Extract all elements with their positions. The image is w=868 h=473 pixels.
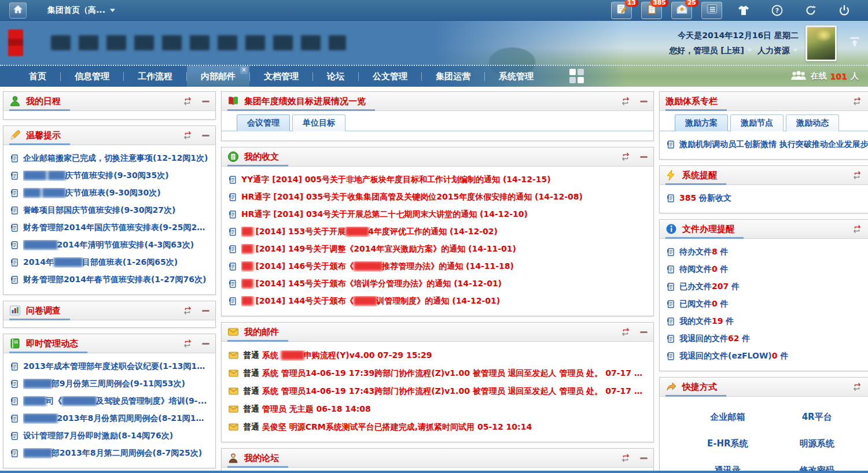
panel-instant-mgmt: 即时管理动态2013年成本管理部年度述职会议纪要(1-13阅113次)█████…: [3, 334, 216, 468]
list-item[interactable]: 我退回的文件62 件: [667, 330, 868, 348]
list-item[interactable]: 誉峰项目部国庆节值班安排(9-30阅27次): [10, 202, 208, 219]
collapse-icon[interactable]: [202, 310, 209, 312]
list-item[interactable]: 设计管理部7月份即时激励(8-14阅76次): [10, 427, 208, 445]
panel-list: 待办文件8 件待阅文件0 件已办文件207 件已阅文件0 件我的文件19 件我退…: [660, 239, 868, 371]
list-item[interactable]: 待阅文件0 件: [667, 261, 868, 278]
tab-会议管理[interactable]: 会议管理: [237, 114, 290, 131]
list-item[interactable]: 普通 系统 管理员14-06-19 17:43跨部门协作流程(Z)v1.00 被…: [229, 382, 646, 400]
list-item[interactable]: 已办文件207 件: [667, 278, 868, 295]
collapse-icon[interactable]: [640, 101, 648, 102]
list-item[interactable]: █████部2013年8月第二周周例会(8-7阅25次): [10, 445, 208, 462]
tab-激励节点[interactable]: 激励节点: [730, 114, 784, 131]
clipboard-button[interactable]: 385: [641, 2, 662, 19]
list-item[interactable]: 我的文件19 件: [667, 313, 868, 330]
list-item[interactable]: ██ [2014] 146号关于颁布《█████推荐管理办法》的通知 (14-1…: [229, 258, 646, 275]
refresh-icon[interactable]: [852, 171, 862, 180]
list-item[interactable]: 待办文件8 件: [667, 243, 868, 261]
shortcut-link[interactable]: 4R平台: [802, 412, 832, 423]
panel-list: 2013年成本管理部年度述职会议纪要(1-13阅113次)█████部9月份第三…: [3, 353, 215, 468]
shirt-button[interactable]: [737, 4, 750, 17]
user-status-dropdown[interactable]: 您好，管理员 [上班]: [669, 43, 753, 58]
apps-grid-icon[interactable]: [569, 69, 584, 84]
compose-button[interactable]: 13: [611, 2, 632, 19]
shortcut-link[interactable]: E-HR系统: [707, 438, 748, 449]
collapse-icon[interactable]: [202, 135, 209, 136]
panel-doc-handle-remind: 文件办理提醒待办文件8 件待阅文件0 件已办文件207 件已阅文件0 件我的文件…: [659, 219, 868, 371]
list-item[interactable]: ██ [2014] 144号关于颁布《████训管理制度》的通知 (14-12-…: [229, 293, 646, 310]
refresh-icon[interactable]: [182, 339, 193, 348]
mail-button[interactable]: 25: [671, 2, 692, 19]
shortcut-link[interactable]: 企业邮箱: [710, 412, 745, 423]
list-item[interactable]: ████ ███庆节值班安排(9-30阅35次): [10, 167, 208, 184]
collapse-header-button[interactable]: [848, 36, 861, 50]
doc-item-icon: [10, 241, 19, 249]
list-item[interactable]: HR通字 [2014] 035号关于收集集团高管及关键岗位2015年度休假安排的…: [229, 189, 646, 206]
list-item[interactable]: 普通 管理员 无主题 06-18 14:08: [229, 400, 646, 418]
list-item[interactable]: 普通 吴俊坚 明源CRM系统测试平台已搭建完成,请抓紧时间试用 05-12 10…: [229, 418, 646, 436]
refresh-button[interactable]: [804, 4, 817, 17]
nav-item-系统管理[interactable]: 系统管理: [485, 66, 547, 87]
collapse-icon[interactable]: [640, 457, 648, 459]
refresh-icon[interactable]: [620, 152, 631, 161]
nav-item-首页[interactable]: 首页: [15, 66, 60, 87]
list-item[interactable]: ██ [2014] 149号关于调整《2014年宜兴激励方案》的通知 (14-1…: [229, 241, 646, 258]
list-item[interactable]: ███ ████庆节值班表(9-30阅30次): [10, 184, 208, 202]
refresh-icon[interactable]: [852, 97, 862, 106]
panel-list: 385 份新收文: [660, 185, 868, 213]
tab-单位目标[interactable]: 单位目标: [292, 114, 345, 131]
list-item[interactable]: 财务管理部2014年国庆节值班安排表(9-25阅27次): [10, 219, 208, 236]
nav-item-工作流程[interactable]: 工作流程: [124, 66, 186, 87]
nav-item-论坛[interactable]: 论坛: [313, 66, 358, 87]
refresh-icon[interactable]: [620, 453, 631, 463]
refresh-icon[interactable]: [182, 97, 193, 106]
shortcut-link[interactable]: 明源系统: [800, 438, 834, 449]
home-button[interactable]: [9, 2, 27, 19]
refresh-icon[interactable]: [182, 131, 193, 140]
avatar[interactable]: [806, 25, 837, 61]
list-item[interactable]: 企业邮箱搬家已完成，切换注意事项(12-12阅1次): [10, 150, 208, 167]
list-item[interactable]: ██████2013年8月份第四周周例会(8-21阅18次): [10, 410, 208, 427]
tab-激励方案[interactable]: 激励方案: [675, 114, 728, 131]
list-item[interactable]: ██ [2014] 145号关于颁布《培训学分管理办法》的通知 (14-12-0…: [229, 275, 646, 293]
list-item[interactable]: HR通字 [2014] 034号关于开展总第二十七期周末大讲堂的通知 (14-1…: [229, 206, 646, 223]
list-item[interactable]: 2013年成本管理部年度述职会议纪要(1-13阅113次): [10, 358, 208, 375]
nav-item-内部邮件[interactable]: 内部邮件×: [187, 66, 249, 87]
panel-header: 我的收文: [222, 147, 653, 167]
list-item[interactable]: 385 份新收文: [667, 190, 868, 207]
nav-item-文档管理[interactable]: 文档管理: [250, 66, 312, 87]
refresh-icon[interactable]: [852, 224, 862, 234]
list-item[interactable]: YY通字 [2014] 005号关于非地产板块年度目标和工作计划编制的通知 (1…: [229, 171, 646, 189]
help-button[interactable]: ?: [771, 4, 784, 17]
power-button[interactable]: [838, 4, 851, 17]
tab-激励动态[interactable]: 激励动态: [786, 114, 839, 131]
collapse-icon[interactable]: [202, 343, 209, 345]
bottom-edge-bar: [0, 471, 868, 473]
list-item[interactable]: 财务管理部2014年春节值班安排表(1-27阅76次): [10, 271, 208, 289]
list-item[interactable]: 激励机制调动员工创新激情 执行突破推动企业发展步...: [667, 136, 868, 153]
list-item[interactable]: 普通 系统 ████申购流程(Y)v4.00 07-29 15:29: [229, 346, 646, 364]
close-icon[interactable]: ×: [240, 66, 248, 74]
nav-item-集团运营[interactable]: 集团运营: [422, 66, 484, 87]
list-item[interactable]: 2014年█████目部值班表(1-26阅65次): [10, 254, 208, 271]
collapse-icon[interactable]: [640, 156, 648, 158]
list-item[interactable]: 我退回的文件(ezFLOW)0 件: [667, 348, 868, 365]
list-item[interactable]: █████部9月份第三周周例会(9-11阅53次): [10, 375, 208, 393]
portal-switcher[interactable]: 集团首页（高...: [47, 5, 116, 16]
refresh-icon[interactable]: [182, 306, 193, 315]
collapse-icon[interactable]: [640, 331, 648, 333]
nav-item-信息管理[interactable]: 信息管理: [61, 66, 123, 87]
list-item[interactable]: 普通 系统 管理员14-06-19 17:39跨部门协作流程(Z)v1.00 被…: [229, 364, 646, 382]
panel-header: 激励体系专栏: [660, 92, 868, 111]
department-dropdown[interactable]: 人力资源: [757, 43, 799, 58]
list-item[interactable]: ██████2014年清明节值班安排(4-3阅63次): [10, 236, 208, 254]
list-item[interactable]: ██ [2014] 153号关于开展████4年度评优工作的通知 (14-12-…: [229, 223, 646, 241]
portal-page: 集团首页（高... 1338525 ? 今天是2014年12月16日 星期二 您…: [0, 0, 868, 473]
list-item[interactable]: ████司《██████及驾驶员管理制度》培训(9-...: [10, 393, 208, 410]
collapse-icon[interactable]: [202, 101, 209, 102]
refresh-icon[interactable]: [620, 327, 631, 337]
list-button[interactable]: [701, 2, 722, 19]
nav-item-公文管理[interactable]: 公文管理: [359, 66, 421, 87]
refresh-icon[interactable]: [852, 382, 862, 391]
list-item[interactable]: 已阅文件0 件: [667, 295, 868, 313]
refresh-icon[interactable]: [620, 97, 631, 106]
